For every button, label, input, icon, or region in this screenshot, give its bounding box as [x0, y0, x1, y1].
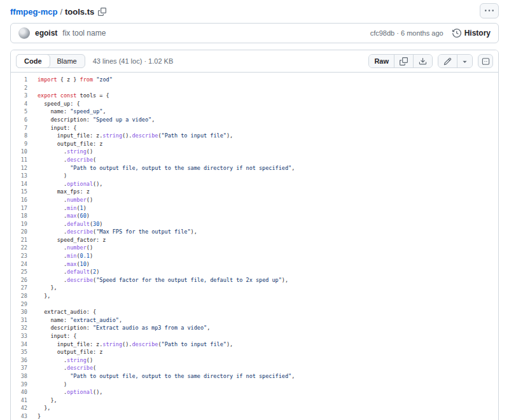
- code-line-text: .max(60): [38, 212, 90, 220]
- download-button[interactable]: [414, 55, 432, 67]
- code-line-text: speed_up: {: [38, 100, 80, 108]
- line-number[interactable]: 18: [11, 212, 38, 220]
- commit-author-link[interactable]: egoist: [35, 29, 57, 38]
- line-number[interactable]: 26: [11, 276, 38, 284]
- code-line-row: 39 ): [11, 381, 498, 389]
- breadcrumb-filename: tools.ts: [65, 7, 94, 17]
- code-line-row: 4 speed_up: {: [11, 100, 498, 108]
- line-number[interactable]: 13: [11, 172, 38, 180]
- file-view-page: ffmpeg-mcp / tools.ts egoist fix tool na…: [0, 0, 509, 420]
- line-number[interactable]: 36: [11, 356, 38, 365]
- line-number[interactable]: 19: [11, 220, 38, 228]
- line-number[interactable]: 30: [11, 308, 38, 316]
- code-line-row: 18 .max(60): [11, 212, 498, 220]
- line-number[interactable]: 24: [11, 260, 38, 269]
- code-line-row: 10 .string(): [11, 148, 498, 156]
- download-icon: [419, 57, 427, 66]
- code-lines: 1import { z } from "zod"23export const t…: [11, 73, 498, 420]
- line-number[interactable]: 43: [11, 412, 38, 420]
- line-number[interactable]: 39: [11, 381, 38, 389]
- code-line-text: .describe("Max FPS for the output file")…: [38, 228, 197, 236]
- line-number[interactable]: 1: [11, 76, 38, 84]
- code-line-text: .default(30): [38, 220, 102, 228]
- code-line-row: 35 output_file: z: [11, 348, 498, 356]
- symbols-panel-icon: [482, 57, 490, 66]
- line-number[interactable]: 15: [11, 188, 38, 196]
- code-line-row: 3export const tools = {: [11, 92, 498, 100]
- code-line-row: 32 description: "Extract audio as mp3 fr…: [11, 324, 498, 332]
- history-button[interactable]: History: [452, 29, 491, 38]
- line-number[interactable]: 33: [11, 332, 38, 340]
- line-number[interactable]: 14: [11, 180, 38, 188]
- line-number[interactable]: 35: [11, 348, 38, 356]
- line-number[interactable]: 23: [11, 252, 38, 260]
- line-number[interactable]: 34: [11, 340, 38, 349]
- code-line-text: .describe(: [38, 364, 96, 372]
- line-number[interactable]: 32: [11, 324, 38, 332]
- code-line-row: 23 .min(0.1): [11, 252, 498, 260]
- file-toolbar: Code Blame 43 lines (41 loc) · 1.02 KB R…: [11, 50, 498, 73]
- line-number[interactable]: 28: [11, 292, 38, 300]
- line-number[interactable]: 27: [11, 284, 38, 292]
- line-number[interactable]: 41: [11, 396, 38, 405]
- line-number[interactable]: 21: [11, 236, 38, 244]
- line-number[interactable]: 16: [11, 196, 38, 204]
- avatar[interactable]: [18, 27, 30, 39]
- line-number[interactable]: 4: [11, 100, 38, 108]
- history-label: History: [464, 29, 491, 38]
- line-number[interactable]: 12: [11, 164, 38, 172]
- tab-code[interactable]: Code: [16, 54, 50, 68]
- code-line-text: import { z } from "zod": [38, 76, 113, 84]
- line-number[interactable]: 9: [11, 140, 38, 148]
- line-number[interactable]: 10: [11, 148, 38, 156]
- line-number[interactable]: 7: [11, 124, 38, 132]
- latest-commit-bar: egoist fix tool name cfc98db · 6 months …: [10, 23, 499, 43]
- breadcrumb-repo-link[interactable]: ffmpeg-mcp: [10, 7, 57, 17]
- code-line-row: 25 .default(2): [11, 268, 498, 276]
- line-number[interactable]: 37: [11, 364, 38, 372]
- edit-dropdown-button[interactable]: [457, 55, 472, 67]
- line-number[interactable]: 22: [11, 244, 38, 252]
- code-line-text: .describe(: [38, 156, 96, 164]
- commit-message-link[interactable]: fix tool name: [62, 29, 106, 38]
- line-number[interactable]: 2: [11, 84, 38, 92]
- line-number[interactable]: 42: [11, 404, 38, 412]
- line-number[interactable]: 40: [11, 388, 38, 396]
- raw-button[interactable]: Raw: [369, 55, 394, 67]
- file-meta-info: 43 lines (41 loc) · 1.02 KB: [93, 57, 174, 65]
- code-line-row: 31 name: "extract_audio",: [11, 316, 498, 325]
- line-number[interactable]: 5: [11, 108, 38, 116]
- code-line-row: 2: [11, 84, 498, 92]
- tab-blame[interactable]: Blame: [50, 55, 85, 67]
- copy-file-button[interactable]: [394, 55, 414, 67]
- line-number[interactable]: 6: [11, 116, 38, 124]
- code-line-row: 19 .default(30): [11, 220, 498, 228]
- line-number[interactable]: 17: [11, 204, 38, 213]
- edit-button[interactable]: [438, 55, 457, 67]
- line-number[interactable]: 38: [11, 372, 38, 381]
- code-line-text: speed_factor: z: [38, 236, 106, 244]
- code-line-text: input: {: [38, 124, 76, 132]
- line-number[interactable]: 3: [11, 92, 38, 100]
- history-clock-icon: [452, 29, 461, 38]
- code-line-row: 1import { z } from "zod": [11, 76, 498, 84]
- code-line-text: input: {: [38, 332, 76, 340]
- code-line-text: name: "extract_audio",: [38, 316, 122, 325]
- code-line-row: 15 max_fps: z: [11, 188, 498, 196]
- line-number[interactable]: 29: [11, 300, 38, 309]
- commit-sha-and-date[interactable]: cfc98db · 6 months ago: [370, 29, 443, 37]
- more-options-button[interactable]: [480, 3, 499, 18]
- raw-label: Raw: [374, 57, 389, 65]
- code-line-row: 28 },: [11, 292, 498, 300]
- line-number[interactable]: 11: [11, 156, 38, 164]
- line-number[interactable]: 25: [11, 268, 38, 276]
- symbols-panel-button[interactable]: [478, 54, 493, 68]
- copy-path-icon[interactable]: [98, 8, 106, 16]
- code-line-text: .min(1): [38, 204, 87, 213]
- code-line-row: 30 extract_audio: {: [11, 308, 498, 316]
- code-line-row: 33 input: {: [11, 332, 498, 340]
- code-line-row: 41 },: [11, 396, 498, 405]
- line-number[interactable]: 31: [11, 316, 38, 325]
- line-number[interactable]: 8: [11, 132, 38, 140]
- line-number[interactable]: 20: [11, 228, 38, 236]
